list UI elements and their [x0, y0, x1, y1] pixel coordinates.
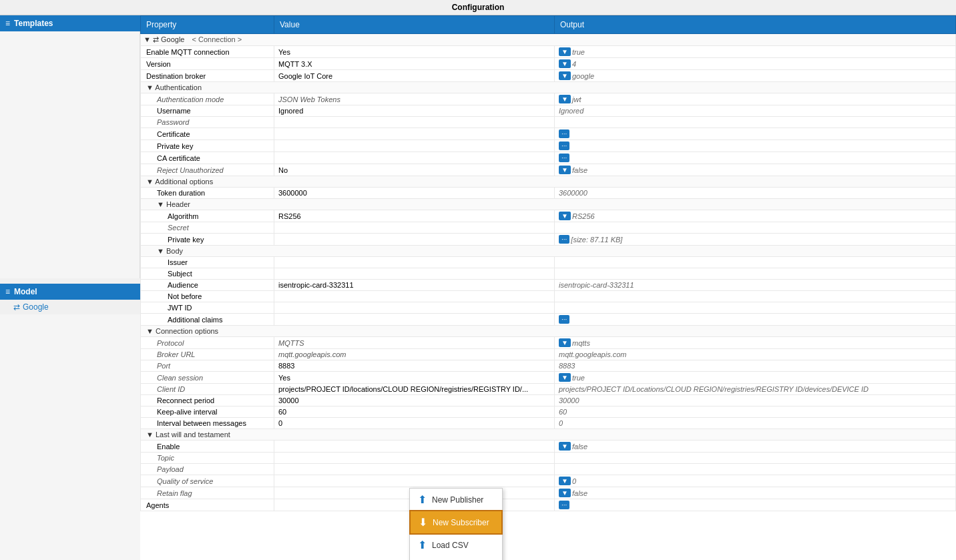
value-col: 3600000 [274, 188, 555, 199]
property-col: Reconnect period [141, 395, 274, 406]
new-subscriber-label: New Subscriber [433, 518, 489, 527]
dropdown-button[interactable]: ▼ [559, 212, 571, 220]
table-row: Enable MQTT connection Yes ▼ true [141, 46, 956, 58]
value-col [274, 441, 555, 453]
ellipsis-button[interactable]: ··· [559, 142, 569, 150]
table-row: Secret [141, 222, 956, 234]
output-cell [555, 222, 956, 234]
ellipsis-button[interactable]: ··· [559, 235, 569, 244]
model-hamburger-icon: ≡ [5, 287, 10, 296]
value-col [274, 234, 555, 246]
dropdown-button[interactable]: ▼ [559, 477, 571, 485]
table-row: Additional claims ··· [141, 314, 956, 326]
output-cell: ▼ 0 [555, 475, 956, 487]
table-row: Retain flag ▼ false [141, 487, 956, 499]
dropdown-button[interactable]: ▼ [559, 47, 571, 56]
output-value: isentropic-card-332311 [559, 281, 634, 289]
dropdown-button[interactable]: ▼ [559, 373, 571, 382]
value-col [274, 128, 555, 140]
output-cell: ··· [555, 152, 956, 164]
property-col: Token duration [141, 188, 274, 199]
value-col: MQTTS [274, 337, 555, 349]
output-cell [555, 302, 956, 314]
property-col: Authentication mode [141, 93, 274, 105]
output-value: 30000 [559, 396, 579, 404]
table-row: Payload [141, 464, 956, 475]
output-value: Ignored [559, 107, 583, 115]
property-col: Payload [141, 464, 274, 475]
property-col: Not before [141, 291, 274, 302]
sidebar-item-google[interactable]: ⇄ Google [0, 300, 140, 314]
table-row: Protocol MQTTS ▼ mqtts [141, 337, 956, 349]
property-col: Protocol [141, 337, 274, 349]
ellipsis-button[interactable]: ··· [559, 154, 569, 162]
menu-item-new-subscriber[interactable]: ⬇ New Subscriber [409, 510, 503, 535]
property-col: Quality of service [141, 475, 274, 487]
output-value: jwt [572, 95, 581, 103]
value-col: MQTT 3.X [274, 58, 555, 70]
property-col: Enable MQTT connection [141, 46, 274, 58]
dropdown-button[interactable]: ▼ [559, 59, 571, 68]
output-cell [555, 268, 956, 280]
output-cell [555, 464, 956, 475]
output-cell: 0 [555, 418, 956, 429]
output-cell: ▼ false [555, 441, 956, 453]
table-row: Clean session Yes ▼ true [141, 372, 956, 384]
output-cell: ▼ RS256 [555, 210, 956, 222]
menu-item-load-csv[interactable]: ⬆ Load CSV [410, 534, 502, 556]
dropdown-button[interactable]: ▼ [559, 338, 571, 347]
output-cell: ▼ true [555, 46, 956, 58]
property-col: Agents [141, 499, 274, 511]
output-value: [size: 87.11 KB] [571, 236, 622, 244]
output-cell: isentropic-card-332311 [555, 280, 956, 291]
col-header-value: Value [274, 16, 555, 34]
dropdown-button[interactable]: ▼ [559, 71, 571, 80]
value-col [274, 152, 555, 164]
menu-item-save-csv[interactable]: ⬇ Save CSV [410, 556, 502, 560]
table-row: Authentication mode JSON Web Tokens ▼ jw… [141, 93, 956, 105]
value-col [274, 302, 555, 314]
col-header-output: Output [555, 16, 956, 34]
table-row: Algorithm RS256 ▼ RS256 [141, 210, 956, 222]
ellipsis-button[interactable]: ··· [559, 315, 569, 324]
ellipsis-button[interactable]: ··· [559, 501, 569, 509]
output-cell: ▼ google [555, 70, 956, 82]
output-cell: ··· [555, 128, 956, 140]
property-col: Reject Unauthorized [141, 164, 274, 176]
table-row: Destination broker Google IoT Core ▼ goo… [141, 70, 956, 82]
property-col: Certificate [141, 128, 274, 140]
value-col: isentropic-card-332311 [274, 280, 555, 291]
output-cell [555, 257, 956, 268]
value-col: mqtt.googleapis.com [274, 349, 555, 360]
output-cell [555, 117, 956, 128]
property-col: Secret [141, 222, 274, 234]
dropdown-button[interactable]: ▼ [559, 442, 571, 451]
content-area: Property Value Output ▼ ⇄ Google < Conne… [140, 15, 956, 560]
dropdown-button[interactable]: ▼ [559, 489, 571, 497]
table-row: Certificate ··· [141, 128, 956, 140]
output-cell: Ignored [555, 105, 956, 117]
menu-item-new-publisher[interactable]: ⬆ New Publisher [410, 489, 502, 511]
property-col: Keep-alive interval [141, 406, 274, 418]
templates-header[interactable]: ≡ Templates [0, 15, 140, 31]
dropdown-button[interactable]: ▼ [559, 166, 571, 174]
table-row: ▼ Additional options [141, 176, 956, 188]
output-value: google [572, 72, 594, 80]
value-col [274, 291, 555, 302]
table-row: Topic [141, 453, 956, 464]
table-row: CA certificate ··· [141, 152, 956, 164]
model-header[interactable]: ≡ Model [0, 284, 140, 300]
output-cell: ▼ false [555, 164, 956, 176]
output-cell: 30000 [555, 395, 956, 406]
value-col [274, 222, 555, 234]
output-value: 3600000 [559, 189, 587, 197]
download-icon: ⬇ [419, 516, 427, 529]
ellipsis-button[interactable]: ··· [559, 129, 569, 138]
dropdown-button[interactable]: ▼ [559, 95, 571, 103]
output-cell: ▼ true [555, 372, 956, 384]
property-table: Property Value Output ▼ ⇄ Google < Conne… [140, 15, 956, 511]
output-value: RS256 [572, 212, 595, 220]
value-col: No [274, 164, 555, 176]
value-col: Google IoT Core [274, 70, 555, 82]
hamburger-icon: ≡ [5, 19, 10, 28]
